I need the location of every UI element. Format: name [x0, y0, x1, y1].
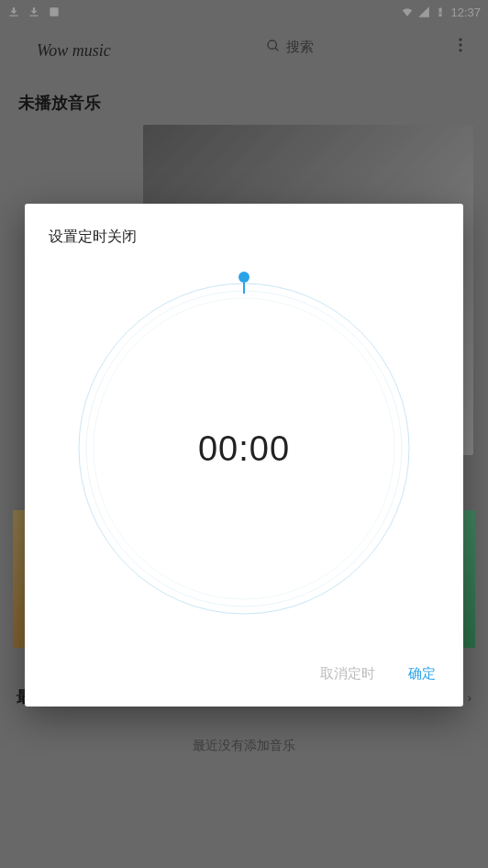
timer-picker[interactable]: 00:00: [49, 265, 439, 651]
cancel-timer-button[interactable]: 取消定时: [316, 658, 379, 690]
confirm-button[interactable]: 确定: [405, 658, 439, 690]
timer-dialog: 设置定时关闭 00:00 取消定时 确定: [25, 204, 463, 707]
dialog-actions: 取消定时 确定: [49, 651, 439, 690]
timer-value: 00:00: [198, 429, 290, 469]
dialog-title: 设置定时关闭: [49, 228, 439, 247]
timer-handle[interactable]: [238, 274, 250, 296]
